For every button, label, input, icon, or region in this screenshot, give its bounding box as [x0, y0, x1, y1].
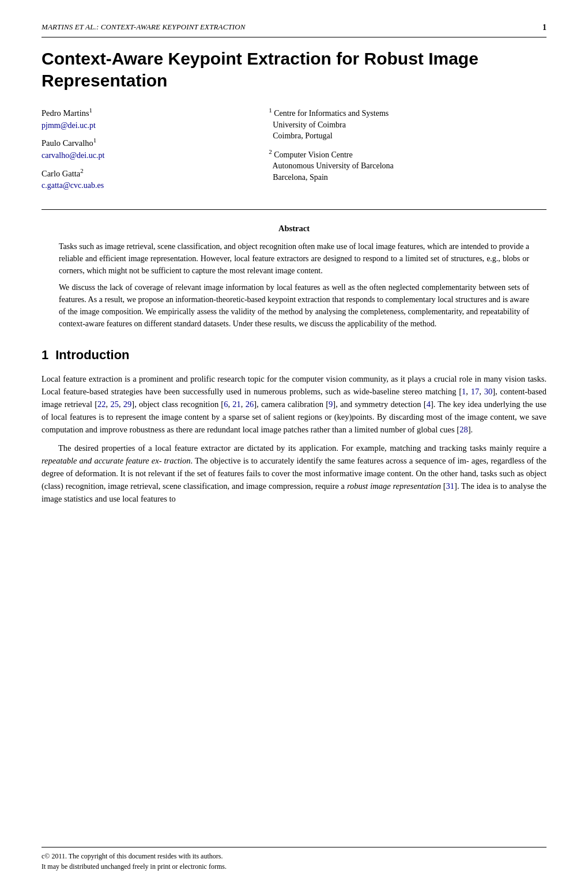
- intro-para-1: Local feature extraction is a prominent …: [42, 372, 546, 436]
- section-1-number: 1: [42, 348, 48, 362]
- section-1-title: Introduction: [55, 348, 129, 362]
- author-name-3: Carlo Gatta2: [42, 167, 257, 180]
- abstract-para-2: We discuss the lack of coverage of relev…: [59, 281, 529, 330]
- ref-6[interactable]: 6: [224, 400, 228, 409]
- ref-17[interactable]: 17: [471, 387, 480, 396]
- author-name-1: Pedro Martins1: [42, 106, 257, 119]
- affiliations-column: 1 Centre for Informatics and Systems Uni…: [269, 106, 546, 196]
- author-email-3: c.gatta@cvc.uab.es: [42, 180, 257, 191]
- abstract-section: Abstract Tasks such as image retrieval, …: [42, 223, 546, 330]
- author-3: Carlo Gatta2 c.gatta@cvc.uab.es: [42, 167, 257, 192]
- ref-30[interactable]: 30: [484, 387, 493, 396]
- ref-4[interactable]: 4: [427, 400, 431, 409]
- header-left: MARTINS ET AL.: CONTEXT-AWARE KEYPOINT E…: [42, 22, 246, 33]
- ref-22[interactable]: 22: [97, 400, 106, 409]
- section-1-header: 1Introduction: [42, 346, 546, 364]
- abstract-para-1: Tasks such as image retrieval, scene cla…: [59, 240, 529, 277]
- author-2: Paulo Carvalho1 carvalho@dei.uc.pt: [42, 136, 257, 161]
- author-email-1: pjmm@dei.uc.pt: [42, 120, 257, 131]
- footer-line-2: It may be distributed unchanged freely i…: [42, 861, 546, 872]
- ref-21[interactable]: 21: [232, 400, 241, 409]
- abstract-text: Tasks such as image retrieval, scene cla…: [59, 240, 529, 330]
- affiliation-2: 2 Computer Vision Centre Autonomous Univ…: [269, 148, 546, 183]
- authors-affiliations: Pedro Martins1 pjmm@dei.uc.pt Paulo Carv…: [42, 106, 546, 209]
- header-right: 1: [542, 22, 546, 33]
- ref-9[interactable]: 9: [329, 400, 333, 409]
- abstract-title: Abstract: [59, 223, 529, 235]
- authors-column: Pedro Martins1 pjmm@dei.uc.pt Paulo Carv…: [42, 106, 269, 196]
- author-name-2: Paulo Carvalho1: [42, 136, 257, 149]
- section-1-body: Local feature extraction is a prominent …: [42, 372, 546, 505]
- paper-title: Context-Aware Keypoint Extraction for Ro…: [42, 48, 546, 91]
- top-bar: MARTINS ET AL.: CONTEXT-AWARE KEYPOINT E…: [42, 22, 546, 37]
- page: MARTINS ET AL.: CONTEXT-AWARE KEYPOINT E…: [0, 0, 588, 889]
- ref-29[interactable]: 29: [123, 400, 132, 409]
- footer-line-1: c© 2011. The copyright of this document …: [42, 851, 546, 861]
- author-email-2: carvalho@dei.uc.pt: [42, 150, 257, 161]
- ref-1[interactable]: 1: [462, 387, 466, 396]
- author-1: Pedro Martins1 pjmm@dei.uc.pt: [42, 106, 257, 131]
- ref-28[interactable]: 28: [459, 425, 468, 434]
- ref-31[interactable]: 31: [446, 481, 455, 491]
- ref-25[interactable]: 25: [110, 400, 119, 409]
- affiliation-1: 1 Centre for Informatics and Systems Uni…: [269, 106, 546, 141]
- footer: c© 2011. The copyright of this document …: [42, 847, 546, 872]
- intro-para-2: The desired properties of a local featur…: [42, 442, 546, 505]
- ref-26[interactable]: 26: [246, 400, 254, 409]
